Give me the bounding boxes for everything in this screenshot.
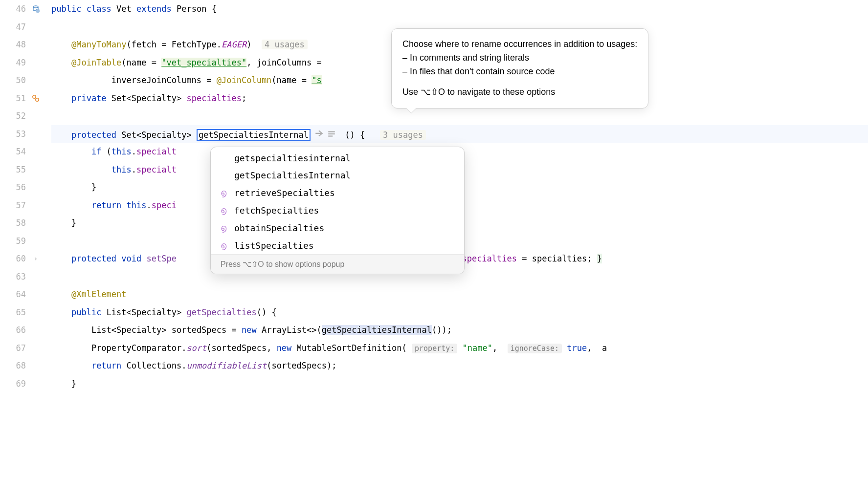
svg-point-4 — [33, 95, 36, 98]
param-hint: ignoreCase: — [508, 344, 562, 353]
line-number: 58 — [16, 214, 26, 232]
rename-tooltip: Choose where to rename occurrences in ad… — [391, 28, 648, 109]
line-number: 67 — [16, 339, 26, 357]
code-line: public List<Specialty> getSpecialties() … — [51, 304, 868, 322]
line-number: 55 — [16, 161, 26, 179]
line-number: 60 — [16, 250, 26, 268]
suggestion-item[interactable]: ൭retrieveSpecialties — [211, 184, 464, 201]
ai-icon: ൭ — [221, 205, 229, 216]
code-line: } — [51, 375, 868, 393]
line-number: 57 — [16, 196, 26, 215]
gutter: 46 47 48 49 50 51 52 53 54 55 56 57 58 5… — [0, 0, 46, 478]
svg-rect-1 — [36, 9, 39, 12]
db-icon[interactable] — [30, 5, 42, 13]
suggestion-text: listSpecialties — [234, 240, 314, 251]
line-number: 50 — [16, 71, 26, 89]
line-number: 59 — [16, 232, 26, 250]
code-line — [51, 107, 868, 125]
line-number: 56 — [16, 178, 26, 196]
code-line: List<Specialty> sortedSpecs = new ArrayL… — [51, 321, 868, 339]
usage-hint[interactable]: 4 usages — [262, 40, 308, 49]
suggestion-text: fetchSpecialties — [234, 205, 319, 216]
usage-hint[interactable]: 3 usages — [380, 130, 426, 140]
line-number: 52 — [16, 107, 26, 125]
svg-point-5 — [36, 98, 39, 101]
suggestion-text: obtainSpecialties — [234, 223, 324, 233]
suggestion-footer: Press ⌥⇧O to show options popup — [211, 254, 464, 274]
tooltip-line: – In files that don't contain source cod… — [402, 65, 637, 79]
suggestion-item[interactable]: ൭fetchSpecialties — [211, 201, 464, 219]
line-number: 53 — [16, 125, 26, 143]
code-line: @XmlElement — [51, 285, 868, 304]
param-hint: property: — [412, 344, 457, 353]
rename-input[interactable]: getSpecialtiesInternal — [197, 129, 311, 141]
suggestion-text: getspecialtiesinternal — [234, 153, 351, 163]
usage-occurrence: getSpecialtiesInternal — [322, 325, 432, 335]
line-number: 51 — [16, 89, 26, 108]
line-number: 64 — [16, 285, 26, 304]
rename-suggestions-popup: getspecialtiesinternal getSpecialtiesInt… — [210, 147, 465, 274]
code-line: public class Vet extends Person { — [51, 0, 868, 18]
line-number: 65 — [16, 304, 26, 322]
suggestion-item[interactable]: getspecialtiesinternal — [211, 147, 464, 167]
fold-icon[interactable]: › — [30, 250, 42, 268]
comment-option-icon[interactable] — [314, 127, 323, 145]
suggestion-item[interactable]: getSpecialtiesInternal — [211, 167, 464, 184]
svg-point-0 — [33, 6, 38, 8]
line-number: 69 — [16, 375, 26, 393]
textfile-option-icon[interactable] — [327, 127, 336, 145]
suggestion-text: retrieveSpecialties — [234, 188, 335, 198]
suggestion-text: getSpecialtiesInternal — [234, 170, 351, 180]
line-number: 49 — [16, 54, 26, 72]
related-icon[interactable] — [30, 94, 42, 102]
line-number: 47 — [16, 18, 26, 36]
line-number: 46 — [16, 0, 26, 18]
ai-icon: ൭ — [221, 222, 229, 233]
line-number: 63 — [16, 268, 26, 286]
suggestion-item[interactable]: ൭listSpecialties — [211, 237, 464, 254]
tooltip-line: – In comments and string literals — [402, 51, 637, 65]
line-number: 66 — [16, 321, 26, 339]
tooltip-line: Use ⌥⇧O to navigate to these options — [402, 86, 637, 99]
line-number: 68 — [16, 357, 26, 375]
code-line-active: protected Set<Specialty> getSpecialtiesI… — [51, 125, 868, 143]
code-line: return Collections.unmodifiableList(sort… — [51, 357, 868, 375]
line-number: 48 — [16, 36, 26, 54]
ai-icon: ൭ — [221, 187, 229, 198]
code-editor: 46 47 48 49 50 51 52 53 54 55 56 57 58 5… — [0, 0, 868, 478]
tooltip-line: Choose where to rename occurrences in ad… — [402, 38, 637, 51]
ai-icon: ൭ — [221, 240, 229, 251]
line-number: 54 — [16, 143, 26, 161]
suggestion-item[interactable]: ൭obtainSpecialties — [211, 219, 464, 237]
code-line: PropertyComparator.sort(sortedSpecs, new… — [51, 339, 868, 357]
